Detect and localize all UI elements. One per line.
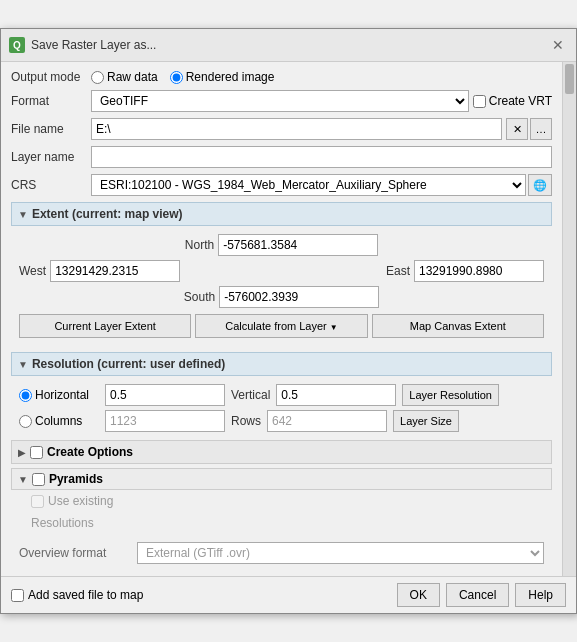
create-options-title: Create Options xyxy=(47,445,133,459)
add-to-map-label: Add saved file to map xyxy=(28,588,143,602)
pyramids-arrow-icon: ▼ xyxy=(18,474,28,485)
overview-row: Overview format External (GTiff .ovr) xyxy=(11,538,552,568)
resolutions-row: Resolutions xyxy=(11,512,552,534)
north-input[interactable] xyxy=(218,234,378,256)
title-bar-left: Q Save Raster Layer as... xyxy=(9,37,156,53)
horizontal-radio[interactable] xyxy=(19,389,32,402)
crs-select[interactable]: ESRI:102100 - WGS_1984_Web_Mercator_Auxi… xyxy=(91,174,526,196)
extent-section-title: Extent (current: map view) xyxy=(32,207,183,221)
clear-filename-button[interactable]: ✕ xyxy=(506,118,528,140)
browse-button[interactable]: … xyxy=(530,118,552,140)
horizontal-radio-label[interactable]: Horizontal xyxy=(19,388,99,402)
extent-grid: North West East xyxy=(11,230,552,346)
resolution-arrow-icon: ▼ xyxy=(18,359,28,370)
west-group: West xyxy=(19,260,180,282)
output-mode-label: Output mode xyxy=(11,70,91,84)
resolution-section-header[interactable]: ▼ Resolution (current: user defined) xyxy=(11,352,552,376)
current-layer-extent-button[interactable]: Current Layer Extent xyxy=(19,314,191,338)
close-button[interactable]: ✕ xyxy=(548,35,568,55)
output-mode-row: Output mode Raw data Rendered image xyxy=(11,70,552,84)
pyramids-section: ▼ Pyramids Use existing Resolutions xyxy=(11,468,552,534)
columns-input[interactable] xyxy=(105,410,225,432)
middle-extent-row: West East xyxy=(19,260,544,282)
pyramids-header[interactable]: ▼ Pyramids xyxy=(11,468,552,490)
cancel-button[interactable]: Cancel xyxy=(446,583,509,607)
overview-label: Overview format xyxy=(19,546,129,560)
south-input[interactable] xyxy=(219,286,379,308)
raw-data-radio[interactable] xyxy=(91,71,104,84)
columns-radio[interactable] xyxy=(19,415,32,428)
raw-data-label: Raw data xyxy=(107,70,158,84)
west-input[interactable] xyxy=(50,260,180,282)
layer-name-input[interactable] xyxy=(91,146,552,168)
filename-input[interactable] xyxy=(91,118,502,140)
create-options-header[interactable]: ▶ Create Options xyxy=(11,440,552,464)
crs-label: CRS xyxy=(11,178,91,192)
north-row: North xyxy=(19,234,544,256)
filename-label: File name xyxy=(11,122,91,136)
extent-section-header[interactable]: ▼ Extent (current: map view) xyxy=(11,202,552,226)
create-options-arrow-icon: ▶ xyxy=(18,447,26,458)
raw-data-option[interactable]: Raw data xyxy=(91,70,158,84)
vertical-input[interactable] xyxy=(276,384,396,406)
format-select[interactable]: GeoTIFF xyxy=(91,90,469,112)
map-canvas-extent-button[interactable]: Map Canvas Extent xyxy=(372,314,544,338)
dialog-title: Save Raster Layer as... xyxy=(31,38,156,52)
output-mode-group: Raw data Rendered image xyxy=(91,70,274,84)
west-label: West xyxy=(19,264,46,278)
east-group: East xyxy=(386,260,544,282)
create-options-checkbox[interactable] xyxy=(30,446,43,459)
create-vrt-checkbox[interactable] xyxy=(473,95,486,108)
horizontal-label: Horizontal xyxy=(35,388,89,402)
crs-row: CRS ESRI:102100 - WGS_1984_Web_Mercator_… xyxy=(11,174,552,196)
resolution-section-title: Resolution (current: user defined) xyxy=(32,357,225,371)
columns-row: Columns Rows Layer Size xyxy=(19,410,544,432)
crs-controls: ESRI:102100 - WGS_1984_Web_Mercator_Auxi… xyxy=(91,174,552,196)
rendered-image-radio[interactable] xyxy=(170,71,183,84)
calculate-arrow-icon: ▼ xyxy=(330,323,338,332)
layer-size-button[interactable]: Layer Size xyxy=(393,410,459,432)
crs-select-button[interactable]: 🌐 xyxy=(528,174,552,196)
create-vrt-option[interactable]: Create VRT xyxy=(473,94,552,108)
help-button[interactable]: Help xyxy=(515,583,566,607)
scroll-thumb[interactable] xyxy=(565,64,574,94)
north-label: North xyxy=(185,234,214,256)
filename-row: File name ✕ … xyxy=(11,118,552,140)
resolution-grid: Horizontal Vertical Layer Resolution Col… xyxy=(11,380,552,440)
filename-controls: ✕ … xyxy=(91,118,552,140)
east-input[interactable] xyxy=(414,260,544,282)
use-existing-row: Use existing xyxy=(11,490,552,512)
rendered-image-label: Rendered image xyxy=(186,70,275,84)
rendered-image-option[interactable]: Rendered image xyxy=(170,70,275,84)
resolutions-label: Resolutions xyxy=(31,516,94,530)
format-label: Format xyxy=(11,94,91,108)
columns-radio-label[interactable]: Columns xyxy=(19,414,99,428)
layer-resolution-button[interactable]: Layer Resolution xyxy=(402,384,499,406)
ok-button[interactable]: OK xyxy=(397,583,440,607)
footer-left: Add saved file to map xyxy=(11,588,391,602)
columns-label: Columns xyxy=(35,414,82,428)
scrollbar[interactable] xyxy=(562,62,576,576)
use-existing-text: Use existing xyxy=(48,494,113,508)
extent-buttons: Current Layer Extent Calculate from Laye… xyxy=(19,314,544,338)
create-vrt-label: Create VRT xyxy=(489,94,552,108)
app-icon: Q xyxy=(9,37,25,53)
pyramids-checkbox[interactable] xyxy=(32,473,45,486)
footer: Add saved file to map OK Cancel Help xyxy=(1,576,576,613)
rows-label: Rows xyxy=(231,414,261,428)
rows-input[interactable] xyxy=(267,410,387,432)
east-label: East xyxy=(386,264,410,278)
horizontal-input[interactable] xyxy=(105,384,225,406)
vertical-label: Vertical xyxy=(231,388,270,402)
format-row: Format GeoTIFF Create VRT xyxy=(11,90,552,112)
title-bar: Q Save Raster Layer as... ✕ xyxy=(1,29,576,62)
format-controls: GeoTIFF Create VRT xyxy=(91,90,552,112)
pyramids-title: Pyramids xyxy=(49,472,103,486)
south-row: South xyxy=(19,286,544,308)
use-existing-checkbox[interactable] xyxy=(31,495,44,508)
use-existing-label[interactable]: Use existing xyxy=(31,494,532,508)
calculate-from-layer-button[interactable]: Calculate from Layer ▼ xyxy=(195,314,367,338)
extent-arrow-icon: ▼ xyxy=(18,209,28,220)
overview-select[interactable]: External (GTiff .ovr) xyxy=(137,542,544,564)
add-to-map-checkbox[interactable] xyxy=(11,589,24,602)
